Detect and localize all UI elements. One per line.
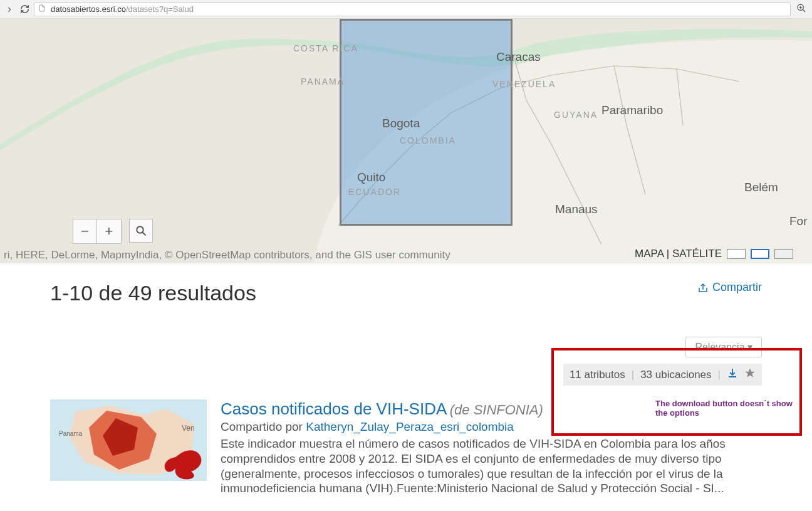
map-panel[interactable]: COSTA RICA PANAMÁ Caracas VENEZUELA Bogo… <box>0 19 812 263</box>
zoom-in-button[interactable]: + <box>97 219 121 243</box>
label-ecuador: ECUADOR <box>348 187 401 197</box>
swatch-b[interactable] <box>751 249 769 259</box>
address-bar[interactable]: datosabiertos.esri.co/datasets?q=Salud <box>34 3 791 16</box>
label-panama: PANAMÁ <box>301 76 345 87</box>
zoom-control: − + <box>73 219 122 244</box>
map-search-button[interactable] <box>129 219 153 243</box>
meta-sep: | <box>632 369 634 381</box>
nav-forward-icon[interactable]: › <box>4 4 15 15</box>
result-shared-by: Compartido por Katheryn_Zulay_Peraza_esr… <box>221 420 762 434</box>
result-thumbnail[interactable]: Panama Ven <box>50 399 207 481</box>
favorite-button[interactable] <box>744 367 756 382</box>
svg-line-6 <box>142 232 145 235</box>
svg-point-5 <box>137 226 143 233</box>
shared-prefix: Compartido por <box>221 420 306 433</box>
meta-attributes: 11 atributos <box>570 369 625 381</box>
svg-text:Ven: Ven <box>182 424 195 433</box>
sort-dropdown[interactable]: Relevancia ▾ <box>685 337 762 357</box>
download-icon <box>727 367 738 379</box>
result-source: (de SINFONIA) <box>450 402 543 418</box>
reload-icon[interactable] <box>19 4 30 15</box>
results-panel: 1-10 de 49 resultados Compartir Relevanc… <box>0 263 812 496</box>
svg-line-1 <box>803 9 805 12</box>
page-icon <box>38 4 47 14</box>
result-meta-pill: 11 atributos | 33 ubicaciones | <box>563 364 762 386</box>
search-icon <box>135 225 147 236</box>
zoom-reset-icon[interactable] <box>794 3 808 16</box>
result-title-link[interactable]: Casos notificados de VIH-SIDA <box>221 399 447 418</box>
meta-sep2: | <box>718 369 721 381</box>
label-manaus: Manaus <box>555 203 598 216</box>
basemap-toggle-label: MAPA | SATÉLITE <box>635 248 722 260</box>
thumbnail-map-icon: Panama Ven <box>50 399 207 481</box>
shared-user-link[interactable]: Katheryn_Zulay_Peraza_esri_colombia <box>306 420 514 433</box>
label-paramaribo: Paramaribo <box>601 103 663 117</box>
share-button[interactable]: Compartir <box>697 281 762 294</box>
meta-locations: 33 ubicaciones <box>640 369 711 381</box>
swatch-a[interactable] <box>727 249 746 259</box>
svg-text:Panama: Panama <box>59 430 83 437</box>
share-label: Compartir <box>712 281 762 294</box>
star-icon <box>744 367 756 379</box>
results-count: 1-10 de 49 resultados <box>50 281 256 305</box>
annotation-text: The download button doesn´t show the opt… <box>655 399 799 418</box>
map-attribution: ri, HERE, DeLorme, MapmyIndia, © OpenStr… <box>0 248 454 263</box>
label-guyana: GUYANA <box>554 110 598 120</box>
label-costa-rica: COSTA RICA <box>293 44 358 53</box>
browser-chrome: › datosabiertos.esri.co/datasets?q=Salud <box>0 0 812 19</box>
swatch-c[interactable] <box>774 249 793 259</box>
label-caracas: Caracas <box>496 50 541 64</box>
url-path: /datasets?q=Salud <box>126 4 194 14</box>
zoom-out-button[interactable]: − <box>73 219 97 243</box>
result-description: Este indicador muestra el número de caso… <box>221 436 762 496</box>
label-quito: Quito <box>357 171 385 184</box>
map-controls: − + <box>73 219 153 244</box>
download-button[interactable] <box>727 367 738 382</box>
label-belem: Belém <box>744 181 778 194</box>
share-icon <box>697 282 709 293</box>
basemap-toggle[interactable]: MAPA | SATÉLITE <box>630 245 798 263</box>
label-for: For <box>789 214 808 228</box>
label-venezuela: VENEZUELA <box>492 79 556 89</box>
svg-marker-7 <box>746 369 755 377</box>
url-host: datosabiertos.esri.co <box>51 4 126 14</box>
label-bogota: Bogota <box>382 117 420 130</box>
label-colombia: COLOMBIA <box>400 135 456 145</box>
